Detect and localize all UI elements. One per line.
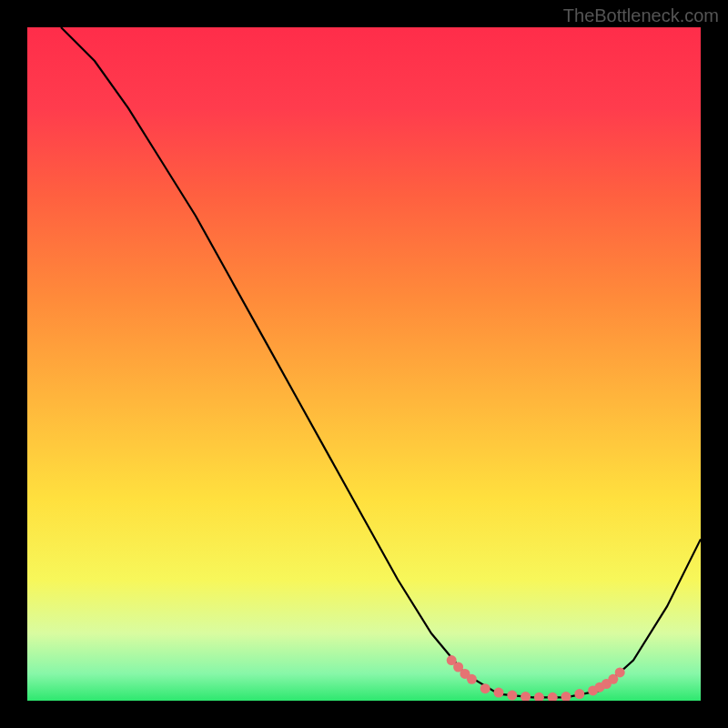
highlight-dot xyxy=(467,674,477,684)
gradient-background xyxy=(27,27,701,701)
plot-area xyxy=(27,27,701,701)
watermark-text: TheBottleneck.com xyxy=(563,5,719,26)
highlight-dot xyxy=(507,691,517,701)
highlight-dot xyxy=(615,667,625,677)
highlight-dot xyxy=(574,689,584,699)
chart-container: TheBottleneck.com xyxy=(0,0,728,728)
chart-svg xyxy=(27,27,701,701)
highlight-dot xyxy=(494,688,504,698)
highlight-dot xyxy=(480,683,490,693)
